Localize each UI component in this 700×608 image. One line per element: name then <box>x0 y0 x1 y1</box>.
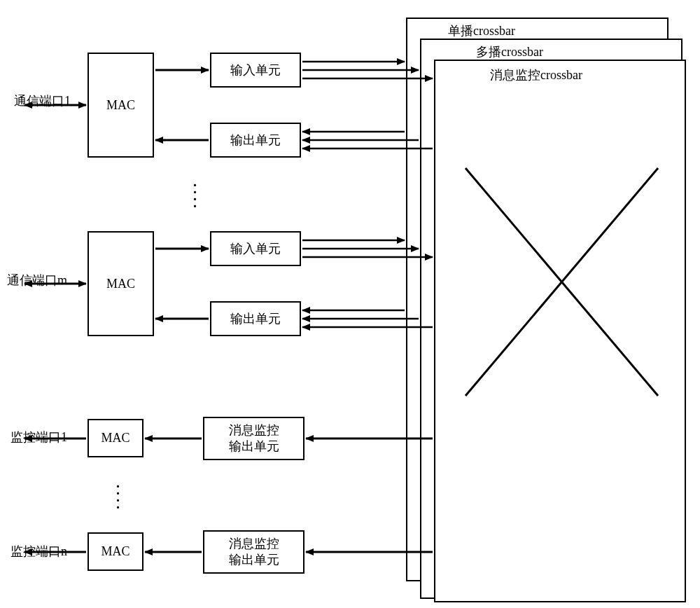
crossbar-multicast-label: 多播crossbar <box>476 43 543 60</box>
crossbar-unicast-label: 单播crossbar <box>448 22 515 39</box>
dots-1: ···· <box>192 182 197 210</box>
mac-block-m: MAC <box>88 231 154 336</box>
mac-block-monn: MAC <box>88 532 144 571</box>
crossbar-msgmon-label: 消息监控crossbar <box>490 67 582 83</box>
mac-text-mon1: MAC <box>101 431 130 445</box>
input-unit-1: 输入单元 <box>210 53 301 88</box>
label-mon-port-1: 监控端口1 <box>10 429 67 445</box>
label-comm-port-m: 通信端口m <box>7 272 67 289</box>
output-unit-text-m: 输出单元 <box>230 310 281 327</box>
output-unit-1: 输出单元 <box>210 123 301 158</box>
input-unit-text-m: 输入单元 <box>230 240 281 257</box>
msg-mon-output-text-n: 消息监控 输出单元 <box>229 536 279 569</box>
crossbar-msgmon <box>434 60 686 602</box>
mac-text-m: MAC <box>106 277 135 291</box>
mac-text-1: MAC <box>106 98 135 113</box>
msg-mon-output-1: 消息监控 输出单元 <box>203 417 304 460</box>
dots-2: ···· <box>115 483 120 511</box>
output-unit-text-1: 输出单元 <box>230 132 281 148</box>
input-unit-text-1: 输入单元 <box>230 62 281 78</box>
output-unit-m: 输出单元 <box>210 301 301 336</box>
mac-text-monn: MAC <box>101 544 130 559</box>
label-mon-port-n: 监控端口n <box>10 543 67 560</box>
label-comm-port-1: 通信端口1 <box>14 92 71 109</box>
msg-mon-output-text-1: 消息监控 输出单元 <box>229 422 279 455</box>
msg-mon-output-n: 消息监控 输出单元 <box>203 530 304 574</box>
mac-block-mon1: MAC <box>88 419 144 457</box>
input-unit-m: 输入单元 <box>210 231 301 266</box>
mac-block-1: MAC <box>88 53 154 158</box>
